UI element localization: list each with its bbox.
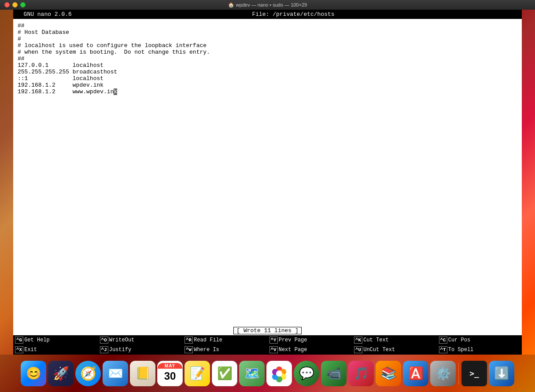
dock-item-finder[interactable]: 😊 (21, 361, 46, 386)
nano-header: GNU nano 2.0.6 File: /private/etc/hosts (13, 10, 522, 19)
dock-item-books[interactable]: 📚 (376, 361, 401, 386)
shortcut-label: Cut Text (363, 337, 389, 343)
footer-item-exit[interactable]: ^XExit (13, 345, 98, 355)
shortcut-label: Cur Pos (448, 337, 470, 343)
shortcut-label: Read File (194, 337, 222, 343)
shortcut-key: ^O (100, 337, 108, 344)
dock-item-terminal[interactable]: >_ (461, 361, 487, 386)
dock-divider (458, 363, 459, 385)
status-bar: [ Wrote 11 lines ] (13, 326, 522, 335)
footer-item-justify[interactable]: ^JJustify (98, 345, 183, 355)
dock-item-reminders[interactable]: ✅ (212, 361, 237, 386)
nano-footer: ^GGet Help^OWriteOut^RRead File^YPrev Pa… (13, 335, 522, 355)
shortcut-key: ^T (439, 346, 447, 353)
minimize-button[interactable] (12, 2, 18, 7)
dock-item-calendar[interactable]: MAY 30 (157, 361, 183, 386)
calendar-date-label: 30 (164, 369, 176, 384)
window-title: 🏠 wpdev — nano • sudo — 100×29 (228, 2, 307, 8)
dock-item-contacts[interactable]: 📒 (130, 361, 155, 386)
dock-item-sysprefs[interactable]: ⚙️ (430, 361, 456, 386)
shortcut-label: Exit (24, 347, 37, 353)
nano-header-right (515, 11, 518, 18)
shortcut-key: ^K (354, 337, 362, 344)
shortcut-key: ^V (269, 346, 278, 353)
footer-item-writeout[interactable]: ^OWriteOut (98, 335, 183, 345)
dock-item-notes[interactable]: 📝 (184, 361, 210, 386)
shortcut-label: Get Help (24, 337, 50, 343)
dock-item-messages[interactable]: 💬 (294, 361, 319, 386)
cursor: k (114, 88, 117, 95)
shortcut-key: ^G (15, 337, 23, 344)
footer-item-next-page[interactable]: ^VNext Page (268, 345, 353, 355)
shortcut-key: ^J (100, 346, 108, 353)
status-message: [ Wrote 11 lines ] (233, 327, 301, 334)
shortcut-key: ^U (354, 346, 362, 353)
svg-point-6 (276, 370, 282, 377)
shortcut-label: WriteOut (109, 337, 135, 343)
footer-item-where-is[interactable]: ^WWhere Is (183, 345, 268, 355)
dock-item-facetime[interactable]: 📹 (321, 361, 347, 386)
shortcut-key: ^X (15, 346, 23, 353)
titlebar: 🏠 wpdev — nano • sudo — 100×29 (0, 0, 535, 10)
shortcut-label: UnCut Text (363, 347, 395, 353)
shortcut-label: To Spell (448, 347, 474, 353)
shortcut-key: ^R (184, 337, 193, 344)
footer-item-cur-pos[interactable]: ^CCur Pos (437, 335, 522, 345)
shortcut-key: ^Y (269, 337, 278, 344)
footer-item-uncut-text[interactable]: ^UUnCut Text (352, 345, 437, 355)
shortcut-label: Justify (109, 347, 131, 353)
dock-item-downloads[interactable]: ⬇️ (489, 361, 514, 386)
dock-item-appstore[interactable]: 🅰️ (403, 361, 428, 386)
shortcut-label: Prev Page (279, 337, 307, 343)
traffic-lights (4, 2, 26, 7)
footer-item-get-help[interactable]: ^GGet Help (13, 335, 98, 345)
dock-item-music[interactable]: 🎵 (348, 361, 374, 386)
footer-item-to-spell[interactable]: ^TTo Spell (437, 345, 522, 355)
dock-item-safari[interactable]: 🧭 (75, 361, 101, 386)
terminal-window[interactable]: GNU nano 2.0.6 File: /private/etc/hosts … (13, 10, 522, 355)
shortcut-key: ^C (439, 337, 447, 344)
shortcut-label: Where Is (194, 347, 219, 353)
footer-item-prev-page[interactable]: ^YPrev Page (268, 335, 353, 345)
dock-item-launchpad[interactable]: 🚀 (48, 361, 74, 386)
dock-item-photos[interactable] (266, 361, 292, 386)
shortcut-label: Next Page (279, 347, 307, 353)
footer-item-read-file[interactable]: ^RRead File (183, 335, 268, 345)
footer-item-cut-text[interactable]: ^KCut Text (352, 335, 437, 345)
close-button[interactable] (4, 2, 10, 7)
maximize-button[interactable] (20, 2, 26, 7)
calendar-month-label: MAY (158, 363, 182, 369)
dock: 😊 🚀 🧭 ✉️ 📒 MAY 30 📝 ✅ 🗺️ 💬 (0, 355, 535, 392)
nano-version: GNU nano 2.0.6 (17, 11, 72, 18)
editor-area[interactable]: ## # Host Database # # localhost is used… (13, 19, 522, 326)
shortcut-key: ^W (184, 346, 193, 353)
dock-item-mail[interactable]: ✉️ (103, 361, 128, 386)
nano-filename: File: /private/etc/hosts (72, 11, 515, 18)
dock-item-maps[interactable]: 🗺️ (239, 361, 265, 386)
